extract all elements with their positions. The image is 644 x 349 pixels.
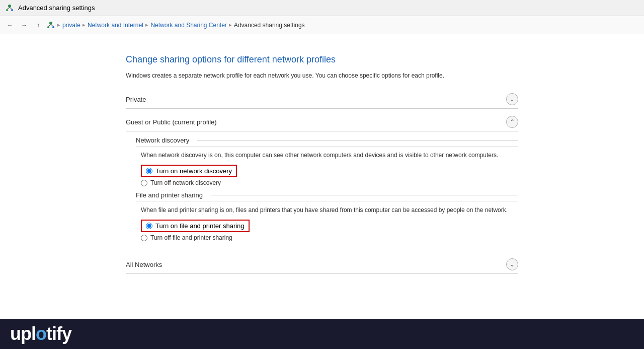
turn-on-discovery-radio[interactable]: [146, 168, 152, 174]
page-description: Windows creates a separate network profi…: [126, 71, 518, 80]
turn-on-sharing-radio[interactable]: [146, 223, 152, 229]
svg-point-2: [11, 9, 13, 11]
turn-off-discovery-option: Turn off network discovery: [141, 179, 518, 186]
main-content: Change sharing options for different net…: [0, 34, 644, 319]
content-inner: Change sharing options for different net…: [106, 44, 538, 288]
watermark: uplotify: [0, 319, 644, 349]
breadcrumb-sep-3: ▸: [229, 22, 232, 28]
profile-private-title: Private: [126, 96, 146, 103]
turn-off-sharing-label[interactable]: Turn off file and printer sharing: [150, 234, 232, 241]
watermark-tify: tify: [46, 323, 71, 344]
breadcrumb: private ▸ Network and Internet ▸ Network…: [62, 22, 305, 29]
chevron-down-icon-private: ⌄: [506, 93, 518, 105]
breadcrumb-network-sharing-center[interactable]: Network and Sharing Center: [150, 22, 226, 29]
up-button[interactable]: ↑: [32, 19, 44, 31]
turn-on-sharing-highlighted: Turn on file and printer sharing: [141, 220, 250, 232]
breadcrumb-sep-2: ▸: [145, 22, 148, 28]
subsection-file-printer-title: File and printer sharing: [136, 191, 518, 201]
turn-off-discovery-label[interactable]: Turn off network discovery: [150, 179, 221, 186]
breadcrumb-sep-1: ▸: [83, 22, 86, 28]
subsection-file-printer: File and printer sharing When file and p…: [136, 191, 518, 241]
forward-button[interactable]: →: [18, 19, 30, 31]
profile-guest-public-title: Guest or Public (current profile): [126, 118, 217, 126]
breadcrumb-control-panel[interactable]: private: [62, 22, 80, 29]
turn-on-discovery-highlighted: Turn on network discovery: [141, 165, 237, 177]
breadcrumb-network-icon: [46, 21, 55, 30]
profile-all-networks: All Networks ⌄: [126, 255, 518, 274]
network-discovery-radio-group: Turn on network discovery Turn off netwo…: [136, 165, 518, 186]
file-printer-desc: When file and printer sharing is on, fil…: [136, 205, 518, 215]
svg-point-6: [47, 26, 49, 28]
svg-point-7: [52, 26, 54, 28]
subsection-network-discovery: Network discovery When network discovery…: [136, 136, 518, 186]
breadcrumb-current: Advanced sharing settings: [234, 22, 305, 29]
profile-all-networks-title: All Networks: [126, 261, 162, 268]
network-discovery-desc: When network discovery is on, this compu…: [136, 151, 518, 160]
title-bar-text: Advanced sharing settings: [18, 4, 95, 12]
turn-on-discovery-label[interactable]: Turn on network discovery: [155, 167, 232, 175]
chevron-down-icon-all: ⌄: [506, 258, 518, 270]
turn-off-sharing-option: Turn off file and printer sharing: [141, 234, 518, 241]
svg-line-9: [51, 25, 53, 26]
breadcrumb-network-internet[interactable]: Network and Internet: [88, 22, 143, 29]
profile-guest-public-header[interactable]: Guest or Public (current profile) ⌃: [126, 113, 518, 131]
title-bar: Advanced sharing settings: [0, 0, 644, 16]
watermark-upl: upl: [10, 323, 36, 344]
turn-on-sharing-label[interactable]: Turn on file and printer sharing: [155, 222, 245, 230]
page-heading: Change sharing options for different net…: [126, 54, 518, 65]
svg-point-1: [6, 9, 8, 11]
svg-point-0: [8, 5, 11, 8]
turn-off-discovery-radio[interactable]: [141, 180, 147, 186]
profile-all-networks-header[interactable]: All Networks ⌄: [126, 255, 518, 274]
svg-line-8: [48, 25, 51, 26]
network-icon: [5, 4, 14, 13]
profile-guest-public-content: Network discovery When network discovery…: [126, 131, 518, 251]
breadcrumb-sep-0: ▸: [57, 22, 60, 28]
profile-guest-public: Guest or Public (current profile) ⌃ Netw…: [126, 113, 518, 251]
profile-private-header[interactable]: Private ⌄: [126, 90, 518, 109]
svg-line-4: [10, 8, 12, 9]
turn-off-sharing-radio[interactable]: [141, 235, 147, 241]
file-printer-radio-group: Turn on file and printer sharing Turn of…: [136, 220, 518, 241]
svg-line-3: [7, 8, 10, 9]
back-button[interactable]: ←: [4, 19, 16, 31]
watermark-o: o: [36, 323, 46, 344]
watermark-text: uplotify: [10, 323, 71, 344]
nav-bar: ← → ↑ ▸ private ▸ Network and Internet ▸…: [0, 16, 644, 34]
profile-private: Private ⌄: [126, 90, 518, 109]
chevron-up-icon-public: ⌃: [506, 116, 518, 128]
subsection-network-discovery-title: Network discovery: [136, 136, 518, 147]
svg-point-5: [49, 22, 52, 25]
